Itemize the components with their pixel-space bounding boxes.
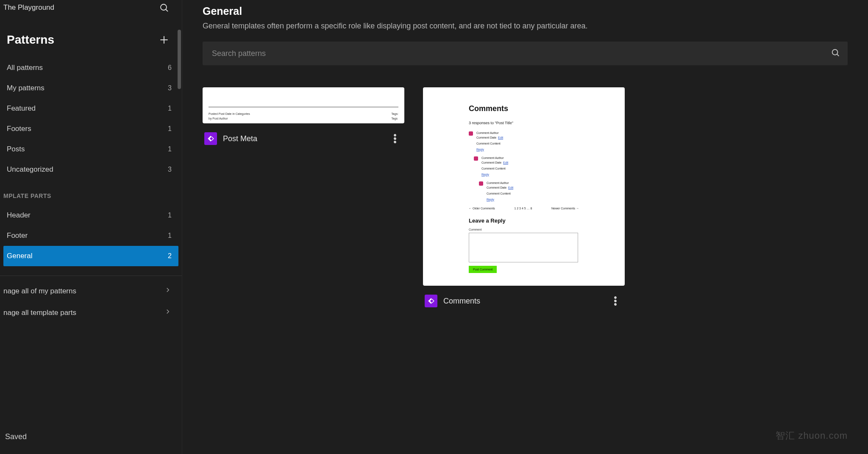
preview-text: Newer Comments → <box>551 207 579 210</box>
chevron-right-icon <box>164 286 172 296</box>
chevron-right-icon <box>164 308 172 318</box>
svg-point-7 <box>394 138 396 139</box>
nav-count: 1 <box>168 212 172 219</box>
avatar-icon <box>474 156 478 161</box>
preview-text: ← Older Comments <box>469 207 495 210</box>
card-actions-button[interactable] <box>608 293 623 309</box>
pattern-preview: Comments 3 responses to "Post Title" Com… <box>423 87 625 286</box>
preview-text: Comment Content <box>481 167 508 171</box>
preview-link: Edit <box>498 136 503 139</box>
divider <box>0 276 182 276</box>
manage-my-patterns[interactable]: nage all of my patterns <box>3 280 178 302</box>
nav-count: 1 <box>168 145 172 153</box>
card-footer: Post Meta <box>203 123 404 146</box>
avatar-icon <box>479 181 483 186</box>
preview-text: Comment Author <box>481 156 504 159</box>
nav-label: Footer <box>7 231 28 240</box>
nav-count: 1 <box>168 232 172 240</box>
manage-label: nage all of my patterns <box>3 287 76 295</box>
pattern-card-post-meta[interactable]: Posted Post Date in Categories by Post A… <box>203 87 404 309</box>
manage-label: nage all template parts <box>3 309 76 317</box>
site-name[interactable]: The Playground <box>3 3 54 12</box>
preview-text: Comment Author <box>487 181 509 184</box>
scrollbar[interactable] <box>178 30 181 89</box>
preview-title: Comments <box>469 104 579 113</box>
site-header: The Playground <box>0 0 182 22</box>
preview-text: by Post Author <box>209 116 250 121</box>
preview-link: Reply <box>487 198 494 202</box>
preview-button: Post Comment <box>469 266 497 273</box>
preview-link: Reply <box>476 148 484 152</box>
search-input[interactable] <box>203 42 848 65</box>
search-icon[interactable] <box>831 48 840 59</box>
nav-uncategorized[interactable]: Uncategorized3 <box>3 159 178 180</box>
preview-text: Comment Date <box>487 186 506 189</box>
svg-point-10 <box>615 300 616 302</box>
watermark: 智汇 zhuon.com <box>776 429 848 442</box>
preview-text: Comment Content <box>476 142 503 146</box>
card-label: Comments <box>443 297 480 306</box>
nav-count: 2 <box>168 252 172 260</box>
preview-text: Tags: <box>391 111 398 116</box>
template-parts-heading: MPLATE PARTS <box>0 180 182 205</box>
section-title: Patterns <box>7 33 54 47</box>
parts-list: Header1 Footer1 General2 <box>0 205 182 266</box>
preview-subtitle: 3 responses to "Post Title" <box>469 121 579 125</box>
preview-comment: Comment Author Comment DateEdit Comment … <box>474 156 579 177</box>
svg-line-5 <box>837 54 839 56</box>
manage-template-parts[interactable]: nage all template parts <box>3 302 178 323</box>
nav-all-patterns[interactable]: All patterns6 <box>3 58 178 78</box>
nav-label: Featured <box>7 104 36 113</box>
page-description: General templates often perform a specif… <box>203 22 848 31</box>
preview-text: Comment Date <box>476 136 496 139</box>
pattern-card-comments[interactable]: Comments 3 responses to "Post Title" Com… <box>423 87 625 309</box>
preview-textarea <box>469 233 578 262</box>
preview-text: 1 2 3 4 5 … 8 <box>514 207 532 210</box>
svg-line-1 <box>166 9 168 11</box>
nav-header-part[interactable]: Header1 <box>3 205 178 226</box>
preview-heading: Leave a Reply <box>469 217 579 224</box>
preview-text: Tags <box>391 116 398 121</box>
preview-link: Edit <box>503 161 508 164</box>
svg-point-9 <box>615 297 616 298</box>
nav-count: 3 <box>168 166 172 173</box>
patterns-header: Patterns <box>0 22 182 58</box>
svg-point-0 <box>161 4 167 10</box>
nav-featured[interactable]: Featured1 <box>3 98 178 119</box>
nav-my-patterns[interactable]: My patterns3 <box>3 78 178 98</box>
preview-comment: Comment Author Comment DateEdit Comment … <box>479 181 579 202</box>
nav-general-part[interactable]: General2 <box>3 246 178 266</box>
card-actions-button[interactable] <box>387 131 403 146</box>
template-part-icon <box>425 295 437 307</box>
preview-label: Comment <box>469 228 579 231</box>
svg-point-8 <box>394 141 396 143</box>
svg-point-4 <box>832 50 838 55</box>
nav-count: 3 <box>168 84 172 92</box>
avatar-icon <box>469 131 473 136</box>
add-pattern-button[interactable] <box>156 32 172 47</box>
preview-link: Edit <box>508 186 513 189</box>
nav-footers[interactable]: Footers1 <box>3 119 178 139</box>
card-footer: Comments <box>423 286 625 309</box>
nav-label: All patterns <box>7 64 43 72</box>
nav-count: 1 <box>168 125 172 133</box>
manage-list: nage all of my patterns nage all templat… <box>0 280 182 323</box>
nav-count: 1 <box>168 105 172 112</box>
nav-label: General <box>7 252 32 260</box>
preview-text: Comment Content <box>487 192 513 196</box>
category-list: All patterns6 My patterns3 Featured1 Foo… <box>0 58 182 180</box>
preview-text: Comment Author <box>476 131 499 134</box>
main-content: General General templates often perform … <box>182 0 868 454</box>
card-label: Post Meta <box>223 134 257 143</box>
sidebar: The Playground Patterns All patterns6 My… <box>0 0 182 454</box>
command-icon[interactable] <box>156 0 172 15</box>
nav-posts[interactable]: Posts1 <box>3 139 178 159</box>
preview-comment: Comment Author Comment DateEdit Comment … <box>469 131 579 152</box>
preview-text: Posted Post Date in Categories <box>209 111 250 116</box>
page-title: General <box>203 5 848 17</box>
pattern-preview: Posted Post Date in Categories by Post A… <box>203 87 404 123</box>
nav-footer-part[interactable]: Footer1 <box>3 226 178 246</box>
nav-label: Header <box>7 211 31 220</box>
preview-link: Reply <box>481 173 489 177</box>
svg-point-6 <box>394 134 396 136</box>
